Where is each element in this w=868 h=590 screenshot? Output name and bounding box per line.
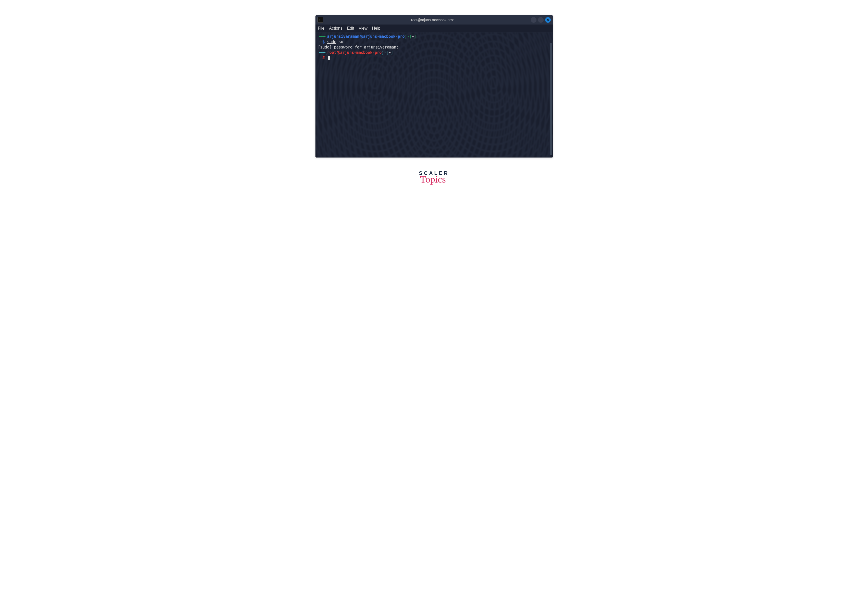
menu-view[interactable]: View [359,26,367,31]
close-paren: )-[ [382,50,388,55]
prompt-user-line2: └─$ sudo su - [318,39,550,45]
menu-file[interactable]: File [318,26,325,31]
prompt-root-line1: ┌──(root㉿arjuns-macbook-pro)-[~] [318,50,550,55]
dollar-sign: $ [323,40,327,44]
menu-actions[interactable]: Actions [329,26,342,31]
command-sudo: sudo [327,40,337,44]
window-controls [531,17,551,23]
maximize-button[interactable] [538,17,543,23]
close-bracket: ] [391,50,393,55]
corner-glyph: └─ [318,40,323,44]
terminal-window: root@arjuns-macbook-pro: ~ File Actions … [316,15,553,158]
close-bracket: ] [414,34,416,39]
password-prompt-line: [sudo] password for arjunsivaraman: [318,45,550,50]
command-rest: su - [337,40,348,44]
prompt-root-user: root [327,50,337,55]
close-button[interactable] [545,17,551,23]
terminal-icon [317,17,323,23]
scrollbar[interactable] [550,43,552,155]
prompt-user: arjunsivaraman [327,34,359,39]
hash-sign: # [323,56,327,60]
prompt-user-line1: ┌──(arjunsivaraman㉿arjuns-macbook-pro)-[… [318,34,550,39]
at-glyph: ㉿ [359,34,363,39]
corner-glyph: ┌──( [318,34,327,39]
menubar: File Actions Edit View Help [316,25,553,33]
minimize-button[interactable] [531,17,536,23]
menu-help[interactable]: Help [372,26,381,31]
prompt-root-host: arjuns-macbook-pro [340,50,382,55]
terminal-body[interactable]: ┌──(arjunsivaraman㉿arjuns-macbook-pro)-[… [316,33,553,158]
titlebar: root@arjuns-macbook-pro: ~ [316,15,553,25]
prompt-path: ~ [412,34,414,39]
corner-glyph: ┌──( [318,50,327,55]
brand-logo: SCALER Topics [419,170,449,185]
close-paren: )-[ [405,34,412,39]
at-glyph: ㉿ [337,50,340,55]
window-title: root@arjuns-macbook-pro: ~ [411,18,457,22]
prompt-host: arjuns-macbook-pro [363,34,405,39]
menu-edit[interactable]: Edit [347,26,354,31]
cursor-icon [328,56,330,60]
brand-script-text: Topics [417,174,449,185]
prompt-root-line2: └─# [318,55,550,61]
corner-glyph: └─ [318,56,323,60]
password-prompt: [sudo] password for arjunsivaraman: [318,45,399,50]
